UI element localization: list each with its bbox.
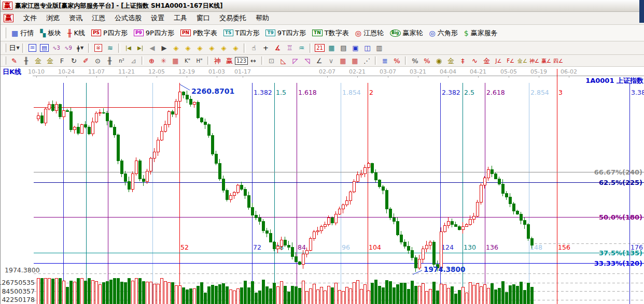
p-square-button[interactable]: PSP四方形 <box>88 27 131 39</box>
printer-button[interactable]: ▥ <box>373 43 385 53</box>
h-span-button[interactable]: ↔ <box>247 56 259 66</box>
fan-in-square-button[interactable]: ◸ <box>289 56 301 66</box>
wave-9-button[interactable]: ∿9 <box>62 43 74 53</box>
save-button[interactable]: ▣ <box>349 43 361 53</box>
winner-service-button[interactable]: $赢家服务 <box>461 27 501 39</box>
h-marks-button[interactable]: H" <box>193 56 205 66</box>
star-grid-button[interactable]: ✳ <box>158 56 170 66</box>
slant-lines-button[interactable]: ⋰ <box>361 56 373 66</box>
grid-axis-tool-button[interactable]: ▦ <box>349 56 361 66</box>
menu-item-trade-entrust[interactable]: 交易委托 <box>215 13 251 23</box>
shen-tool-button[interactable]: 神 <box>212 56 223 66</box>
free-sketch-button[interactable]: ♒ <box>296 43 307 53</box>
gold-angle-button[interactable]: 金∠ <box>516 56 528 66</box>
t-number-table-button[interactable]: TNT数字表 <box>309 27 352 39</box>
fence-scale-button[interactable]: ╫ <box>20 56 32 66</box>
kline-button[interactable]: ╫K线 <box>64 27 88 39</box>
pattern-tool-button[interactable]: ※ <box>92 43 104 53</box>
menu-item-file[interactable]: 文件 <box>19 13 41 23</box>
nav-last-button[interactable]: ▶| <box>134 43 146 53</box>
menu-item-help[interactable]: 帮助 <box>251 13 274 23</box>
zoom-v-diamond-button[interactable]: ◈ <box>218 43 230 53</box>
percent-retrace-button[interactable]: % <box>391 56 403 66</box>
web-grid-button[interactable]: ▦ <box>170 56 181 66</box>
chart-area[interactable]: 日K线10-1010-2411-0711-2112-0512-1901-0301… <box>1 67 644 304</box>
target-circle-button[interactable]: ⊕ <box>146 56 158 66</box>
9p-square-button[interactable]: P99P四方形 <box>131 27 177 39</box>
percent-line-button[interactable]: % <box>421 56 433 66</box>
gold-level-lines-button[interactable]: 金 <box>445 56 457 66</box>
percent-plain-button[interactable]: % <box>409 56 421 66</box>
p-number-table-button[interactable]: PNP数字表 <box>177 27 220 39</box>
plain-fence-button[interactable]: ╫ <box>104 56 116 66</box>
pen-scale-button[interactable]: ✐ <box>80 56 92 66</box>
sectors-button[interactable]: ▚板块 <box>37 27 64 39</box>
draw-pen-button[interactable]: ✎ <box>8 56 20 66</box>
f-fence-button[interactable]: F <box>56 56 68 66</box>
zigzag-lines-button[interactable]: ∨ <box>325 56 337 66</box>
menu-item-tools[interactable]: 工具 <box>169 13 192 23</box>
9t-square-button[interactable]: T99T四方形 <box>262 27 309 39</box>
zoom-left-diamond-button[interactable]: ◈ <box>170 43 182 53</box>
gold-red-lines-button[interactable]: 金 <box>481 56 493 66</box>
winner-wheel-button[interactable]: Big赢家轮 <box>387 27 426 39</box>
k-marks-button[interactable]: K" <box>181 56 193 66</box>
zoom-h-diamond-button[interactable]: ◈ <box>194 43 206 53</box>
si-angle-button[interactable]: 四∠ <box>552 56 564 66</box>
j-angle-button[interactable]: J∠ <box>493 56 505 66</box>
menu-item-formula-stock-pick[interactable]: 公式选股 <box>110 13 146 23</box>
zoom-all-diamond-button[interactable]: ◈ <box>206 43 218 53</box>
wave-channel-button[interactable]: ∿ <box>469 56 481 66</box>
nav-prev-button[interactable]: ◀ <box>146 43 158 53</box>
menu-item-window[interactable]: 窗口 <box>192 13 215 23</box>
crosshair-button[interactable]: + <box>260 43 272 53</box>
zoom-right-diamond-button[interactable]: ◈ <box>182 43 194 53</box>
gold-fence-button[interactable]: 金 <box>32 56 44 66</box>
pan-hand-button[interactable]: ☝ <box>248 43 260 53</box>
wave-3-button[interactable]: ∿3 <box>50 43 62 53</box>
ying-tool-button[interactable]: 赢 <box>223 56 235 66</box>
clock-fence-button[interactable]: ⊙ <box>92 56 104 66</box>
measure-angle-button[interactable]: ∡ <box>272 43 284 53</box>
price-list-button[interactable]: ≣ <box>379 56 391 66</box>
net-monitor-button[interactable]: ◫ <box>361 43 373 53</box>
zoom-fit-diamond-icon: ◈ <box>233 45 239 51</box>
gold-circle-button[interactable]: ◉ <box>433 56 445 66</box>
gann-fan-button[interactable]: ◺ <box>277 56 289 66</box>
spiral-fence-button[interactable]: ↻ <box>68 56 80 66</box>
titlebar[interactable]: 赢 赢家江恩专业版[赢家内部服务平台] - [上证指数 SH1A0001-167… <box>1 0 644 12</box>
notepad-button[interactable]: ▤ <box>338 43 349 53</box>
f-angle-button[interactable]: F∠ <box>505 56 516 66</box>
t-square-button[interactable]: TST四方形 <box>220 27 263 39</box>
color-histogram-button[interactable]: ≋ <box>104 43 116 53</box>
pen-candle-button[interactable]: ‡ <box>457 56 469 66</box>
nav-first-icon: |◀ <box>125 45 131 51</box>
quotes-button[interactable]: ▦行情 <box>8 27 37 39</box>
zoom-fit-diamond-button[interactable]: ◈ <box>230 43 242 53</box>
square-with-fan-button[interactable]: ◹ <box>301 56 313 66</box>
nav-next-button[interactable]: ▶ <box>158 43 170 53</box>
gold-fence-2-button[interactable]: 金 <box>44 56 56 66</box>
shen-angle-button[interactable]: 神∠ <box>528 56 540 66</box>
angle-lines-button[interactable]: ∠ <box>313 56 325 66</box>
square-region-button[interactable]: ⊡ <box>265 56 277 66</box>
calendar-button[interactable]: 21 <box>314 43 326 53</box>
ying-angle-button[interactable]: 赢∠ <box>540 56 552 66</box>
menu-item-news[interactable]: 资讯 <box>64 13 87 23</box>
ruler-123-button[interactable]: 123 <box>235 56 247 66</box>
gann-wheel-button[interactable]: ◎江恩轮 <box>352 27 387 39</box>
nav-first-button[interactable]: |◀ <box>122 43 134 53</box>
gann-shape-tool-button[interactable]: ♒ <box>26 43 38 53</box>
menu-item-browse[interactable]: 浏览 <box>41 13 64 23</box>
gann-crown-tool-button[interactable]: ♖ <box>284 43 296 53</box>
angle-ruler-button[interactable]: ⊿ <box>128 56 139 66</box>
n2-fence-button[interactable]: n² <box>116 56 128 66</box>
hexagon-button[interactable]: ◎六角形 <box>426 27 461 39</box>
calculator-button[interactable]: ▦ <box>326 43 338 53</box>
period-selector-button[interactable]: 日▼ <box>8 43 20 53</box>
menu-item-settings[interactable]: 设置 <box>146 13 169 23</box>
grid-tool-button[interactable]: ▦ <box>337 56 349 66</box>
candle-period-button[interactable]: ǂ▼ <box>74 43 86 53</box>
info-list-button[interactable]: ▤ <box>38 43 50 53</box>
menu-item-gann[interactable]: 江恩 <box>87 13 110 23</box>
